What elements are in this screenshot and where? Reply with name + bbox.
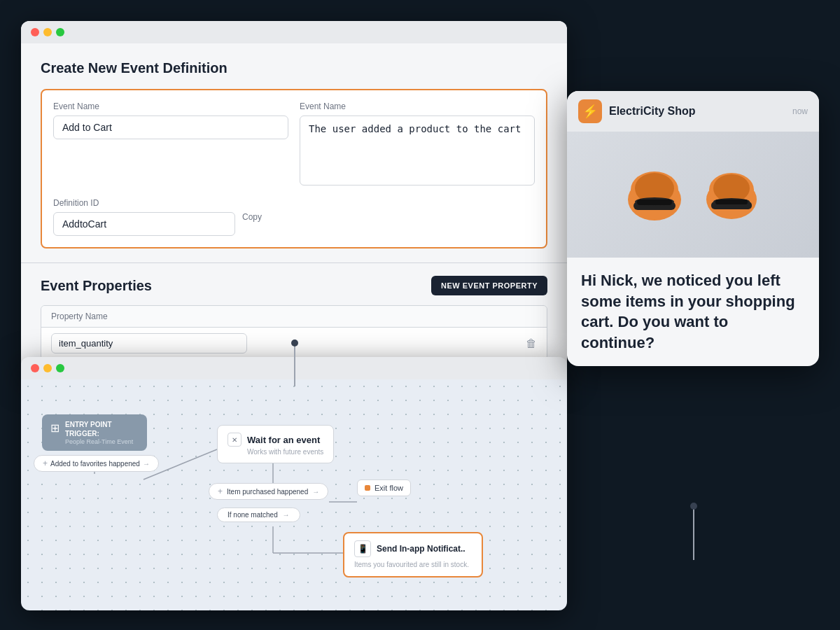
event-name-input[interactable] xyxy=(53,115,288,139)
copy-button[interactable]: Copy xyxy=(242,212,262,222)
added-favorites-label: Added to favorites happened xyxy=(50,460,140,468)
added-favorites-node[interactable]: + Added to favorites happened → xyxy=(34,455,159,472)
arrow-icon: → xyxy=(143,460,150,468)
wait-title: Wait for an event xyxy=(247,435,320,445)
exit-flow-label: Exit flow xyxy=(374,484,403,492)
page-title: Create New Event Definition xyxy=(41,60,547,76)
close-dot[interactable] xyxy=(31,364,39,372)
arrow-icon: → xyxy=(312,488,319,496)
event-definition-window: Create New Event Definition Event Name E… xyxy=(21,21,567,377)
notification-card: ⚡ ElectriCity Shop now Hi Nick, we notic… xyxy=(567,91,819,366)
helmet-right xyxy=(700,163,763,226)
entry-point-trigger: ⊞ ENTRY POINT TRIGGER: People Real-Time … xyxy=(42,414,147,451)
definition-id-input[interactable] xyxy=(53,212,235,236)
delete-property-icon[interactable]: 🗑 xyxy=(526,337,537,350)
notification-time: now xyxy=(792,106,808,116)
entry-trigger-label: ENTRY POINT TRIGGER: xyxy=(65,420,139,438)
arrow-icon: → xyxy=(283,511,290,519)
none-matched-node[interactable]: If none matched → xyxy=(217,507,300,522)
none-matched-label: If none matched xyxy=(227,511,278,519)
new-event-property-button[interactable]: NEW EVENT PROPERTY xyxy=(431,276,547,295)
center-connector-dot xyxy=(291,340,298,346)
window-connector-line xyxy=(294,357,295,386)
notification-message: Hi Nick, we noticed you left some items … xyxy=(581,270,805,354)
helmet-left xyxy=(623,163,686,226)
property-name-header: Property Name xyxy=(51,312,537,321)
send-icon: 📱 xyxy=(354,540,371,557)
wait-close-icon: ✕ xyxy=(227,433,241,447)
send-inapp-block[interactable]: 📱 Send In-app Notificat.. Items you favo… xyxy=(343,532,483,578)
brand-section: ⚡ ElectriCity Shop xyxy=(578,99,696,123)
wait-for-event-block[interactable]: ✕ Wait for an event Works with future ev… xyxy=(217,425,334,463)
close-dot[interactable] xyxy=(31,28,39,36)
plus-icon: + xyxy=(218,486,223,496)
property-name-input[interactable] xyxy=(51,333,247,354)
brand-icon: ⚡ xyxy=(578,99,602,123)
entry-icon: ⊞ xyxy=(50,421,59,435)
event-name-label: Event Name xyxy=(53,102,288,111)
notif-connector-line xyxy=(693,504,694,560)
item-purchased-label: Item purchased happened xyxy=(227,488,308,496)
event-desc-group: Event Name The user added a product to t… xyxy=(300,102,535,188)
notification-header: ⚡ ElectriCity Shop now xyxy=(567,91,819,132)
brand-name: ElectriCity Shop xyxy=(609,105,696,118)
event-name-group: Event Name xyxy=(53,102,288,188)
exit-dot-icon xyxy=(365,485,370,491)
event-form-section: Event Name Event Name The user added a p… xyxy=(41,89,547,248)
wait-subtitle: Works with future events xyxy=(247,448,323,456)
properties-title: Event Properties xyxy=(41,278,152,294)
table-header-row: Property Name xyxy=(41,306,547,328)
flow-canvas: ⊞ ENTRY POINT TRIGGER: People Real-Time … xyxy=(21,379,567,610)
lightning-icon: ⚡ xyxy=(582,104,598,119)
notification-body: Hi Nick, we noticed you left some items … xyxy=(567,258,819,366)
exit-flow-node[interactable]: Exit flow xyxy=(357,479,411,496)
send-title: Send In-app Notificat.. xyxy=(377,544,465,554)
item-purchased-node[interactable]: + Item purchased happened → xyxy=(209,483,328,500)
notif-connector-dot xyxy=(690,503,697,510)
event-desc-textarea[interactable]: The user added a product to the cart xyxy=(300,115,535,186)
entry-trigger-sublabel: People Real-Time Event xyxy=(65,438,139,445)
minimize-dot[interactable] xyxy=(43,364,52,372)
event-desc-label: Event Name xyxy=(300,102,535,111)
window-titlebar xyxy=(21,21,567,43)
definition-id-label: Definition ID xyxy=(53,198,235,208)
send-subtitle: Items you favourited are still in stock. xyxy=(354,560,472,569)
plus-icon: + xyxy=(43,458,48,468)
expand-dot[interactable] xyxy=(56,364,64,372)
definition-id-group: Definition ID xyxy=(53,198,235,236)
expand-dot[interactable] xyxy=(56,28,64,36)
svg-rect-17 xyxy=(715,200,748,204)
notification-image xyxy=(567,132,819,258)
minimize-dot[interactable] xyxy=(43,28,52,36)
svg-rect-11 xyxy=(637,200,672,205)
flow-window: ⊞ ENTRY POINT TRIGGER: People Real-Time … xyxy=(21,357,567,610)
